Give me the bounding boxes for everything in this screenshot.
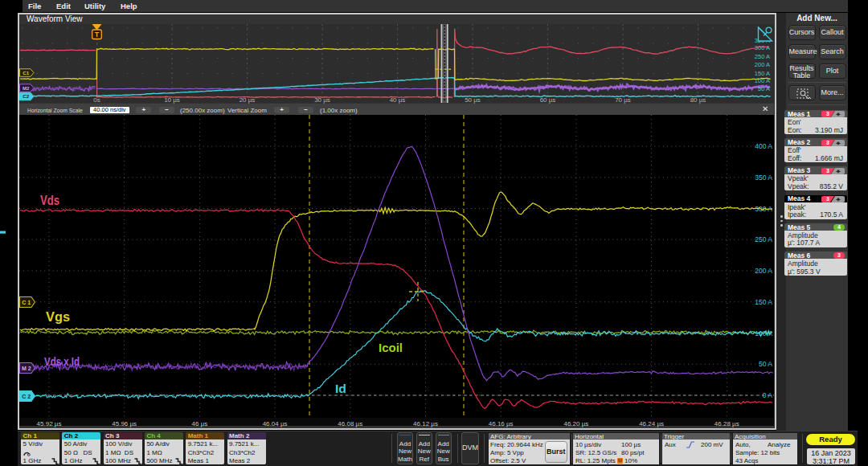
- svg-text:3: 3: [826, 196, 829, 202]
- svg-text:✦: ✦: [835, 168, 840, 174]
- svg-text:3: 3: [837, 253, 841, 259]
- svg-text:✦: ✦: [835, 196, 840, 202]
- svg-text:✦: ✦: [835, 111, 840, 117]
- svg-text:✦: ✦: [835, 140, 840, 146]
- svg-text:3: 3: [826, 140, 829, 145]
- svg-text:3: 3: [826, 168, 829, 174]
- svg-text:3: 3: [826, 112, 829, 117]
- svg-text:4: 4: [837, 225, 841, 231]
